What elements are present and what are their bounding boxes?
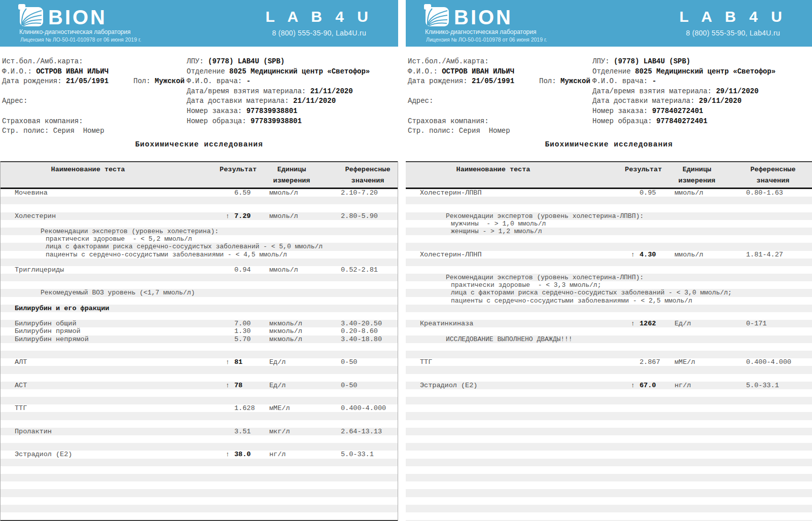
- test-units: мкмоль/л: [269, 336, 302, 344]
- test-units: мкг/л: [269, 428, 290, 436]
- spacer-row: [406, 481, 812, 489]
- column-header-ref-line1: Референсные: [329, 166, 406, 173]
- table-row: Билирубин непрямой5.70мкмоль/л3.40-18.80: [1, 336, 398, 343]
- info-line: Ист.бол./Амб.карта:: [408, 57, 591, 67]
- column-header-ref-line1: Референсные: [734, 166, 811, 173]
- test-reference-range: 0-171: [746, 320, 767, 328]
- test-units: мкмоль/л: [269, 327, 302, 336]
- column-header-test-name: Наименование теста: [1, 166, 175, 173]
- spacer-row: [406, 420, 812, 428]
- note-text: пациенты с сердечно-сосудистыми заболева…: [451, 297, 692, 305]
- test-reference-range: 0.52-2.81: [341, 266, 378, 274]
- spacer-row: [1, 489, 398, 497]
- test-result: 3.51: [234, 428, 251, 436]
- info-label: Дата доставки материала:: [187, 97, 293, 105]
- note-text: Рекомендации экспертов (уровень холестер…: [446, 212, 644, 220]
- info-value: 21/05/1991: [472, 77, 514, 85]
- lab-name: L A B 4 U: [679, 8, 787, 25]
- spacer-row: [1, 497, 398, 505]
- spacer-row: [1, 474, 398, 481]
- info-label: Номер заказа:: [592, 107, 652, 115]
- test-name: АСТ: [15, 382, 27, 390]
- info-label: Отделение: [187, 67, 229, 76]
- info-value: -: [652, 77, 656, 85]
- info-value: 29/11/2020: [699, 97, 742, 105]
- brand-name: BION: [48, 6, 107, 28]
- test-reference-range: 0.400-4.000: [746, 358, 791, 366]
- note-row: Рекомендации экспертов (уровень холестер…: [1, 228, 398, 235]
- info-value: 21/05/1991: [66, 77, 109, 85]
- info-value: -: [246, 77, 251, 85]
- info-line: Номер заказа: 977840272401: [592, 106, 811, 117]
- spacer-row: [1, 274, 398, 281]
- high-value-arrow-icon: ↑: [226, 382, 230, 390]
- lab-name: L A B 4 U: [265, 8, 373, 25]
- spacer-row: [406, 389, 812, 397]
- info-label: Пол:: [133, 77, 155, 85]
- note-row: ИССЛЕДОВАНИЕ ВЫПОЛНЕНО ДВАЖДЫ!!!: [406, 336, 812, 343]
- info-label: Дата/время взятия материала:: [592, 87, 716, 95]
- spacer-row: [1, 389, 398, 397]
- table-row: Эстрадиол (E2)↑67.0нг/л5.0-33.1: [406, 382, 812, 389]
- spacer-row: [406, 243, 812, 250]
- table-row: Эстрадиол (E2)↑38.0нг/л5.0-33.1: [1, 451, 398, 458]
- spacer-row: [406, 474, 812, 481]
- column-header-ref-line2: значения: [734, 177, 811, 184]
- spacer-row: [406, 466, 812, 474]
- spacer-row: [406, 435, 812, 443]
- info-label: Ист.бол./Амб.карта:: [2, 57, 83, 65]
- note-text: пациенты с сердечно-сосудистыми заболева…: [46, 251, 287, 259]
- spacer-row: [1, 459, 398, 466]
- info-label: Номер образца:: [592, 117, 656, 125]
- test-name: Билирубин общий: [15, 320, 77, 328]
- test-units: Ед/л: [269, 382, 286, 390]
- info-value: Мужской: [560, 77, 590, 85]
- info-line: Номер образца: 977840272401: [592, 117, 811, 127]
- info-line: Стр. полис: Серия Номер: [408, 126, 591, 136]
- table-row: Креатинкиназа↑1262Ед/л0-171: [406, 320, 812, 327]
- spacer-row: [406, 443, 812, 451]
- spacer-row: [406, 312, 812, 320]
- info-value: 977840272401: [656, 117, 708, 125]
- info-label: Ф.И.О. врача:: [592, 77, 652, 85]
- table-row: ТТГ1.628мМЕ/л0.400-4.000: [1, 404, 398, 412]
- lab-report-left: BION Клинико-диагностическая лаборатория…: [0, 0, 398, 521]
- note-text: ИССЛЕДОВАНИЕ ВЫПОЛНЕНО ДВАЖДЫ!!!: [446, 336, 573, 344]
- patient-info-column: Ист.бол./Амб.карта:Ф.И.О.: ОСТРОВ ИВАН И…: [2, 57, 186, 136]
- test-result: 67.0: [640, 382, 656, 390]
- info-line: ЛПУ: (9778) LAB4U (SPB): [592, 57, 811, 67]
- lab-contact-block: L A B 4 U 8 (800) 555-35-90, Lab4U.ru: [679, 8, 787, 37]
- brand-logo: BION: [424, 4, 513, 30]
- bion-shell-icon: [18, 4, 45, 30]
- note-row: практически здоровые - < 3,3 ммоль/л;: [406, 281, 812, 289]
- test-units: мМЕ/л: [675, 358, 695, 366]
- table-body: Мочевина6.59ммоль/л2.10-7.20Холестерин↑7…: [1, 189, 398, 521]
- spacer-row: [1, 512, 398, 520]
- test-result: 0.95: [640, 189, 656, 197]
- lab-report-right: BION Клинико-диагностическая лаборатория…: [406, 0, 812, 521]
- info-line: ЛПУ: (9778) LAB4U (SPB): [187, 57, 406, 67]
- test-result: 7.00: [234, 320, 251, 328]
- info-label: Отделение: [592, 67, 635, 76]
- info-label: Ф.И.О.:: [408, 67, 442, 76]
- info-label: Дата рождения:: [408, 77, 472, 85]
- test-name: ТТГ: [420, 358, 432, 366]
- high-value-arrow-icon: ↑: [226, 212, 230, 220]
- info-line: Страховая компания:: [2, 117, 186, 127]
- info-line: Адрес:: [2, 96, 186, 106]
- high-value-arrow-icon: ↑: [226, 358, 230, 366]
- test-reference-range: 2.80-5.90: [341, 212, 378, 220]
- column-header-test-name: Наименование теста: [406, 166, 581, 173]
- info-line: Дата/время взятия материала: 21/11/2020: [187, 87, 406, 97]
- spacer-row: [1, 258, 398, 266]
- note-row: женщины - > 1,2 ммоль/л: [406, 228, 812, 235]
- info-line: [2, 87, 186, 97]
- spacer-row: [1, 197, 398, 204]
- info-line: Ф.И.О. врача: -: [592, 77, 811, 87]
- spacer-row: [406, 343, 812, 351]
- table-row: Холестерин-ЛПВП0.95ммоль/л0.80-1.63: [406, 189, 812, 197]
- info-line: Адрес:: [408, 96, 591, 106]
- test-reference-range: 0.400-4.000: [341, 404, 386, 413]
- info-label: ЛПУ:: [187, 57, 208, 65]
- spacer-row: [406, 197, 812, 204]
